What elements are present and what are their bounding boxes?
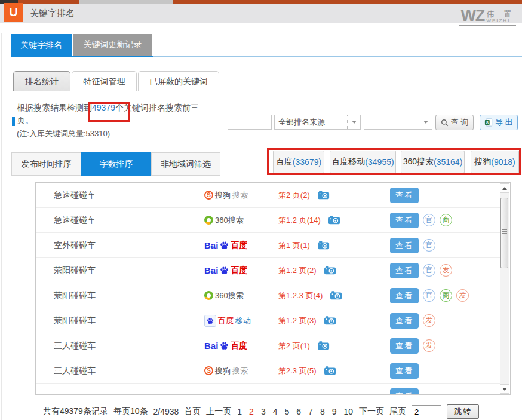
scrollbar-thumb[interactable] bbox=[500, 198, 508, 268]
summary-accent-bar bbox=[12, 117, 15, 126]
page-rank-cell: 第1.2 页(2) bbox=[278, 265, 336, 276]
actions-cell: 查看 bbox=[390, 388, 419, 396]
camera-icon[interactable] bbox=[330, 291, 342, 300]
sorttab-publish-time[interactable]: 发布时间排序 bbox=[11, 152, 81, 176]
page-jump-button[interactable]: 跳转 bbox=[447, 404, 479, 419]
secondary-select[interactable] bbox=[364, 115, 432, 130]
header-bar bbox=[0, 4, 522, 23]
view-button[interactable]: 查看 bbox=[390, 363, 419, 379]
table-row: 荥阳碰碰车百度移动第1.2 页(3)查看发 bbox=[36, 308, 500, 333]
query-button[interactable]: 查 询 bbox=[435, 115, 474, 130]
subtab-feature-words[interactable]: 特征词管理 bbox=[72, 71, 137, 91]
scrollbar[interactable] bbox=[500, 183, 509, 394]
pagination-page[interactable]: 1 bbox=[237, 407, 242, 416]
360-logo: 360搜索 bbox=[204, 215, 244, 226]
engine-cell: 百度移动 bbox=[204, 315, 251, 327]
keyword-search-input[interactable] bbox=[228, 115, 272, 130]
weizhi-brand-logo: WZ 伟 置 WEIZHI bbox=[459, 8, 516, 26]
keyword-cell: 三人碰碰车 bbox=[54, 341, 96, 351]
view-button[interactable]: 查看 bbox=[390, 213, 419, 228]
scrollbar-up-arrow[interactable] bbox=[500, 183, 509, 193]
pagination-page[interactable]: 9 bbox=[331, 407, 337, 416]
engine-cell: 360搜索 bbox=[204, 215, 244, 226]
view-button[interactable]: 查看 bbox=[390, 338, 419, 354]
360-ring-icon bbox=[204, 291, 213, 300]
actions-cell: 查看官发 bbox=[390, 263, 452, 278]
filter-baidu-mobile-button[interactable]: 百度移动(34955) bbox=[330, 151, 396, 173]
camera-icon[interactable] bbox=[324, 266, 336, 275]
sogou-s-icon: S bbox=[204, 191, 213, 200]
rank-source-select[interactable]: 全部排名来源 bbox=[274, 115, 361, 130]
filter-baidu-button[interactable]: 百度(33679) bbox=[273, 151, 324, 173]
table-row: 急速碰碰车360搜索第1.2 页(14)查看官商 bbox=[36, 208, 500, 233]
engine-cell: S搜狗搜索 bbox=[204, 190, 248, 201]
sorttab-word-count[interactable]: 字数排序 bbox=[81, 152, 151, 176]
chevron-down-icon[interactable] bbox=[347, 115, 360, 129]
keyword-cell: 急速碰碰车 bbox=[54, 215, 96, 226]
page-rank-text: 第1.2 页(2) bbox=[278, 265, 317, 276]
filter-sogou-button[interactable]: 搜狗(9018) bbox=[471, 151, 519, 173]
subtab-ranking-stats[interactable]: 排名统计 bbox=[13, 71, 70, 91]
pagination-page[interactable]: 4 bbox=[272, 407, 278, 416]
pagination-page[interactable]: 3 bbox=[260, 407, 266, 416]
scrollbar-down-arrow[interactable] bbox=[500, 384, 509, 394]
page-rank-text: 第2.3 页(5) bbox=[278, 366, 317, 376]
actions-cell: 查看发 bbox=[390, 338, 435, 354]
svg-text:X: X bbox=[486, 120, 489, 124]
pagination-page[interactable]: 7 bbox=[308, 407, 314, 416]
keyword-table: 急速碰碰车S搜狗搜索第2 页(2)查看急速碰碰车360搜索第1.2 页(14)查… bbox=[35, 182, 511, 395]
pagination-bar: 共有49379条记录 每页10条 2/4938 首页 上一页 123456789… bbox=[0, 404, 522, 419]
pagination-page[interactable]: 6 bbox=[296, 407, 302, 416]
table-row: 急速碰碰车S搜狗搜索第2 页(2)查看 bbox=[36, 183, 500, 208]
camera-icon[interactable] bbox=[318, 191, 330, 200]
keyword-cell: 荥阳碰碰车 bbox=[54, 290, 96, 301]
subtab-blocked-keywords[interactable]: 已屏蔽的关键词 bbox=[138, 71, 219, 91]
view-button[interactable]: 查看 bbox=[390, 388, 419, 396]
page-rank-text: 第2 页(2) bbox=[278, 190, 310, 201]
page-rank-text: 第1 页(1) bbox=[278, 240, 310, 251]
pagination-page[interactable]: 8 bbox=[320, 407, 326, 416]
brand-wz-text: WZ bbox=[460, 8, 484, 23]
pagination-last[interactable]: 尾页 bbox=[389, 406, 406, 417]
camera-icon[interactable] bbox=[328, 216, 340, 225]
engine-cell: Bai百度 bbox=[204, 240, 247, 251]
page-jump-input[interactable] bbox=[412, 405, 441, 418]
camera-icon[interactable] bbox=[318, 241, 330, 250]
filter-360-button[interactable]: 360搜索(35164) bbox=[401, 151, 465, 173]
filter-count: (35164) bbox=[434, 157, 462, 167]
pagination-total: 共有49379条记录 bbox=[43, 406, 108, 417]
tab-keyword-update-log[interactable]: 关键词更新记录 bbox=[73, 34, 152, 56]
pagination-page-current[interactable]: 2 bbox=[248, 407, 254, 416]
360-ring-icon bbox=[204, 216, 213, 225]
summary-note: (注:入库关键词总量:53310) bbox=[17, 128, 110, 139]
pagination-next[interactable]: 下一页 bbox=[359, 406, 384, 417]
actions-cell: 查看 bbox=[390, 188, 419, 203]
pagination-prev[interactable]: 上一页 bbox=[206, 406, 231, 417]
actions-cell: 查看官 bbox=[390, 238, 435, 253]
baidu-logo: Bai百度 bbox=[204, 265, 247, 276]
pagination-first[interactable]: 首页 bbox=[184, 406, 201, 417]
pagination-page[interactable]: 5 bbox=[284, 407, 290, 416]
camera-icon[interactable] bbox=[318, 341, 330, 350]
export-button[interactable]: X 导 出 bbox=[480, 115, 518, 130]
tab-keyword-ranking[interactable]: 关键字排名 bbox=[11, 34, 72, 57]
camera-icon[interactable] bbox=[324, 366, 336, 375]
page-rank-text: 第1.2 页(3) bbox=[278, 315, 317, 326]
chevron-down-icon[interactable] bbox=[419, 115, 432, 129]
sorttab-non-regional[interactable]: 非地域词筛选 bbox=[151, 152, 220, 176]
pagination-page[interactable]: 10 bbox=[343, 407, 354, 416]
baidu-paw-icon bbox=[220, 266, 229, 275]
brand-cn-text: 伟 置 bbox=[486, 10, 515, 18]
view-button[interactable]: 查看 bbox=[390, 238, 419, 253]
view-button[interactable]: 查看 bbox=[390, 188, 419, 203]
publish-badge: 发 bbox=[423, 339, 435, 352]
baidu-mobile-paw-icon bbox=[204, 315, 216, 327]
view-button[interactable]: 查看 bbox=[390, 313, 419, 329]
summary-count: 49379 bbox=[92, 103, 115, 112]
page-rank-text: 第1.2.3 页(4) bbox=[278, 290, 323, 301]
view-button[interactable]: 查看 bbox=[390, 288, 419, 303]
view-button[interactable]: 查看 bbox=[390, 263, 419, 278]
page-rank-cell: 第1.2 页(3) bbox=[278, 315, 336, 326]
camera-icon[interactable] bbox=[324, 316, 336, 325]
official-badge: 官 bbox=[423, 264, 435, 277]
